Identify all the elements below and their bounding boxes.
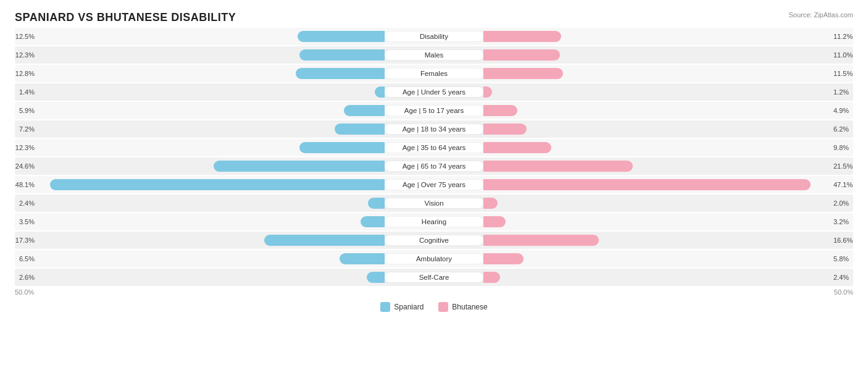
center-label: Age | 18 to 34 years: [385, 124, 483, 134]
left-side: 12.5%: [15, 31, 385, 42]
right-side: 11.2%: [483, 31, 853, 42]
left-bar-container: [37, 272, 385, 283]
left-bar: [298, 31, 385, 42]
left-value: 1.4%: [15, 88, 37, 96]
right-value: 6.2%: [831, 125, 853, 133]
right-bar-container: [483, 216, 831, 227]
legend-bhutanese: Bhutanese: [438, 302, 487, 312]
right-bar: [483, 86, 492, 98]
left-bar-container: [37, 49, 385, 61]
left-bar: [50, 179, 385, 190]
left-value: 12.3%: [15, 51, 37, 59]
left-value: 12.5%: [15, 33, 37, 40]
center-label: Age | Over 75 years: [385, 180, 483, 190]
left-bar-container: [37, 124, 385, 135]
center-label: Age | 35 to 64 years: [385, 143, 483, 153]
left-side: 24.6%: [15, 161, 385, 172]
left-side: 3.5%: [15, 216, 385, 227]
left-bar-container: [37, 253, 385, 264]
left-bar: [361, 216, 385, 227]
left-side: 12.3%: [15, 142, 385, 153]
left-bar-container: [37, 105, 385, 116]
right-side: 1.2%: [483, 86, 853, 98]
left-bar: [340, 253, 385, 264]
left-bar-container: [37, 179, 385, 190]
legend: Spaniard Bhutanese: [15, 302, 853, 312]
center-label: Females: [385, 69, 483, 78]
right-value: 5.8%: [831, 255, 853, 262]
chart-title: SPANIARD VS BHUTANESE DISABILITY: [15, 11, 236, 24]
left-value: 5.9%: [15, 107, 37, 114]
left-bar-container: [37, 31, 385, 42]
left-value: 17.3%: [15, 237, 37, 244]
left-side: 2.6%: [15, 272, 385, 283]
right-bar: [483, 235, 599, 246]
bar-row: 24.6%Age | 65 to 74 years21.5%: [15, 158, 853, 175]
left-bar-container: [37, 198, 385, 209]
right-side: 47.1%: [483, 179, 853, 190]
bar-row: 48.1%Age | Over 75 years47.1%: [15, 176, 853, 193]
right-bar-container: [483, 161, 831, 172]
right-bar: [483, 31, 561, 42]
right-bar: [483, 272, 500, 283]
left-side: 12.3%: [15, 49, 385, 61]
right-bar-container: [483, 86, 831, 98]
center-label: Males: [385, 50, 483, 60]
source-label: Source: ZipAtlas.com: [788, 11, 853, 19]
bar-row: 7.2%Age | 18 to 34 years6.2%: [15, 120, 853, 138]
left-side: 17.3%: [15, 235, 385, 246]
right-bar-container: [483, 124, 831, 135]
legend-spaniard: Spaniard: [380, 302, 424, 312]
right-bar: [483, 49, 560, 61]
bar-row: 12.3%Age | 35 to 64 years9.8%: [15, 139, 853, 156]
left-bar: [264, 235, 385, 246]
center-label: Age | 5 to 17 years: [385, 106, 483, 116]
left-bar: [368, 198, 385, 209]
left-value: 2.4%: [15, 200, 37, 207]
bar-row: 12.8%Females11.5%: [15, 65, 853, 82]
center-label: Self-Care: [385, 272, 483, 282]
right-bar: [483, 253, 524, 264]
left-bar-container: [37, 235, 385, 246]
bar-row: 2.6%Self-Care2.4%: [15, 269, 853, 286]
right-bar-container: [483, 235, 831, 246]
center-label: Vision: [385, 198, 483, 208]
bar-row: 1.4%Age | Under 5 years1.2%: [15, 83, 853, 101]
bar-row: 2.4%Vision2.0%: [15, 195, 853, 212]
right-side: 2.0%: [483, 198, 853, 209]
left-value: 6.5%: [15, 255, 37, 262]
right-bar-container: [483, 198, 831, 209]
right-bar: [483, 124, 527, 135]
chart-container: SPANIARD VS BHUTANESE DISABILITY Source:…: [15, 11, 853, 312]
right-bar-container: [483, 253, 831, 264]
right-value: 1.2%: [831, 88, 853, 96]
left-value: 2.6%: [15, 274, 37, 281]
left-value: 12.3%: [15, 144, 37, 151]
right-bar-container: [483, 31, 831, 42]
right-bar: [483, 142, 551, 153]
left-bar: [344, 105, 385, 116]
left-side: 6.5%: [15, 253, 385, 264]
right-bar-container: [483, 68, 831, 79]
right-bar-container: [483, 179, 831, 190]
right-bar: [483, 68, 563, 79]
legend-bhutanese-label: Bhutanese: [452, 303, 487, 311]
right-side: 16.6%: [483, 235, 853, 246]
right-side: 2.4%: [483, 272, 853, 283]
bar-row: 17.3%Cognitive16.6%: [15, 232, 853, 249]
left-bar: [299, 142, 385, 153]
right-value: 47.1%: [831, 181, 853, 188]
left-side: 48.1%: [15, 179, 385, 190]
left-side: 5.9%: [15, 105, 385, 116]
bar-row: 12.3%Males11.0%: [15, 46, 853, 64]
left-bar-container: [37, 216, 385, 227]
left-bar: [214, 161, 385, 172]
left-bar: [375, 86, 385, 98]
center-label: Age | Under 5 years: [385, 87, 483, 97]
right-value: 11.0%: [831, 51, 853, 59]
right-bar: [483, 198, 498, 209]
right-bar-container: [483, 142, 831, 153]
right-side: 9.8%: [483, 142, 853, 153]
left-value: 3.5%: [15, 218, 37, 225]
axis-row: 50.0% 50.0%: [15, 288, 853, 296]
